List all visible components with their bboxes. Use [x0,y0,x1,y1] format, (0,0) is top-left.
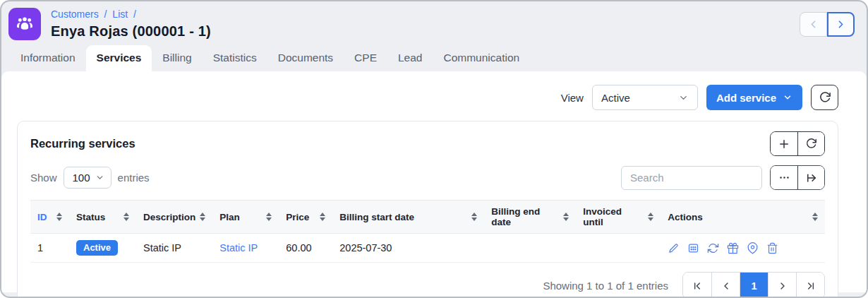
status-badge: Active [76,240,118,256]
page-size-select[interactable]: 100 [64,167,111,189]
chevron-right-icon [777,280,788,292]
previous-customer-button[interactable] [800,12,827,37]
card-title: Recurring services [30,137,135,150]
cell-description: Static IP [136,234,212,263]
sort-icon [812,213,818,221]
breadcrumb-separator: / [133,8,136,20]
page-number-button[interactable]: 1 [740,273,768,298]
column-header-plan[interactable]: Plan [212,201,279,234]
table-row: 1 Active Static IP Static IP 60.00 2025-… [30,234,825,263]
cell-id: 1 [30,234,69,263]
column-header-status[interactable]: Status [69,201,136,234]
add-service-button[interactable]: Add service [706,85,802,110]
column-header-billing-end-date[interactable]: Billing end date [484,201,576,234]
column-header-description[interactable]: Description [136,201,212,234]
cell-billing-start-date: 2025-07-30 [332,234,484,263]
sort-icon [56,213,62,221]
view-label: View [561,92,584,104]
column-header-actions[interactable]: Actions [661,201,825,234]
cell-price: 60.00 [279,234,332,263]
column-header-id[interactable]: ID [30,201,69,234]
card-actions-group [770,131,825,156]
sort-icon [123,213,129,221]
sort-icon [563,213,569,221]
edit-icon[interactable] [668,242,680,254]
refresh-icon [819,91,831,104]
last-page-icon [805,280,816,292]
chevron-right-icon [835,18,847,30]
breadcrumb-list[interactable]: List [112,8,128,20]
customer-nav-arrows [800,12,855,37]
people-group-icon [15,14,35,34]
sort-icon [648,213,653,221]
column-header-price[interactable]: Price [279,201,332,234]
tab-billing[interactable]: Billing [152,45,202,71]
services-toolbar: View Active Add service [1,71,867,110]
map-pin-icon[interactable] [747,242,759,254]
add-recurring-service-button[interactable] [771,132,797,155]
sort-icon [200,213,205,221]
add-service-label: Add service [716,92,776,104]
view-filter-select[interactable]: Active [592,85,698,110]
tab-documents[interactable]: Documents [267,45,344,71]
sort-icon [266,213,272,221]
chevron-down-icon [678,93,689,103]
more-options-button[interactable] [771,166,797,189]
tab-communication[interactable]: Communication [433,45,530,71]
sort-icon [320,213,325,221]
gift-icon[interactable] [727,242,739,254]
tab-services[interactable]: Services [86,45,152,71]
chevron-left-icon [807,18,819,30]
show-label: Show [30,172,57,184]
page-title: Enya Rojas (000001 - 1) [51,23,211,40]
chevron-down-icon [95,173,104,182]
first-page-icon [692,280,703,292]
recurring-services-table: ID Status Description Plan Price Billing… [30,200,825,263]
app-window: Customers / List / Enya Rojas (000001 - … [0,0,868,298]
entries-summary: Showing 1 to 1 of 1 entries [543,280,668,292]
page-size-control: Show 100 entries [30,167,150,189]
cell-invoiced-until [576,234,661,263]
page-size-value: 100 [73,172,90,184]
chevron-down-icon [783,93,792,102]
first-page-button[interactable] [683,273,711,298]
services-panel: View Active Add service [1,71,867,292]
page-header: Customers / List / Enya Rojas (000001 - … [1,1,867,40]
bar-arrow-right-icon [805,172,818,184]
plus-icon [778,138,790,150]
column-header-invoiced-until[interactable]: Invoiced until [576,201,661,234]
recurring-services-card: Recurring services Sho [17,121,838,298]
customer-tabs: Information Services Billing Statistics … [1,45,867,71]
tab-statistics[interactable]: Statistics [203,45,267,71]
refresh-table-button[interactable] [797,132,824,155]
customers-app-icon[interactable] [8,8,41,40]
expand-columns-button[interactable] [797,166,824,189]
plan-link[interactable]: Static IP [219,242,258,254]
view-filter-value: Active [601,92,630,104]
last-page-button[interactable] [796,273,824,298]
entries-label: entries [118,172,150,184]
next-page-button[interactable] [768,273,796,298]
tab-cpe[interactable]: CPE [344,45,387,71]
breadcrumb-customers[interactable]: Customers [51,8,99,20]
table-header-row: ID Status Description Plan Price Billing… [30,201,825,234]
tab-lead[interactable]: Lead [387,45,433,71]
previous-page-button[interactable] [711,273,740,298]
search-input[interactable] [621,166,762,190]
ellipsis-icon [778,172,790,184]
tab-information[interactable]: Information [10,45,86,71]
next-customer-button[interactable] [827,12,855,37]
billing-table-icon[interactable] [687,242,699,254]
pagination: 1 [682,272,825,298]
refresh-icon [805,138,817,150]
delete-icon[interactable] [766,242,778,254]
sort-icon [471,213,477,221]
table-tools-group [770,165,825,190]
column-header-billing-start-date[interactable]: Billing start date [332,201,484,234]
cycle-icon[interactable] [707,242,719,254]
breadcrumb-separator: / [104,8,107,20]
reload-services-button[interactable] [811,85,838,110]
chevron-left-icon [721,280,732,292]
cell-billing-end-date [484,234,576,263]
breadcrumb: Customers / List / [51,8,211,21]
